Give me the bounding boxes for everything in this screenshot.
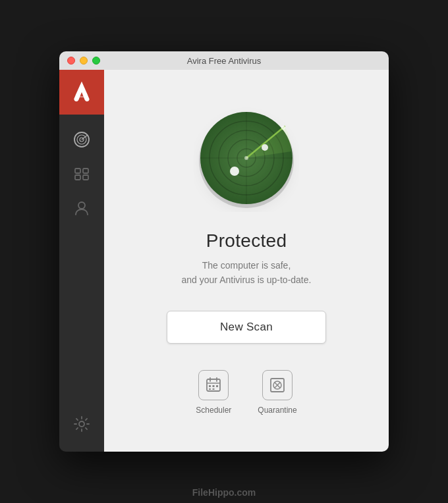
svg-rect-29 (213, 385, 215, 387)
svg-rect-5 (75, 169, 80, 173)
avira-logo-icon (68, 78, 96, 106)
quarantine-icon (269, 377, 286, 394)
page-wrapper: Avira Free Antivirus (0, 0, 448, 503)
svg-rect-31 (209, 388, 211, 390)
scheduler-icon (205, 377, 222, 394)
svg-point-9 (78, 202, 85, 209)
status-subtitle: The computer is safe,and your Antivirus … (182, 258, 312, 288)
svg-rect-8 (83, 175, 88, 180)
components-icon (73, 165, 90, 182)
svg-rect-32 (213, 388, 215, 390)
application-window: Avira Free Antivirus (59, 51, 389, 452)
new-scan-button[interactable]: New Scan (167, 311, 326, 344)
settings-icon (73, 415, 90, 433)
radar-visualization (194, 107, 299, 212)
sidebar-footer (67, 410, 96, 452)
watermark: FileHippo.com (192, 487, 256, 498)
account-icon (73, 199, 90, 217)
close-button[interactable] (67, 57, 75, 65)
sidebar-logo[interactable] (59, 70, 104, 115)
sidebar (59, 70, 104, 452)
main-container: Protected The computer is safe,and your … (59, 70, 389, 452)
quarantine-action[interactable]: Quarantine (258, 370, 296, 415)
sidebar-item-components[interactable] (67, 159, 96, 188)
svg-point-10 (79, 421, 84, 427)
svg-rect-6 (83, 169, 88, 173)
bottom-actions: Scheduler Quarantine (196, 370, 296, 415)
sidebar-item-scan[interactable] (67, 125, 96, 154)
svg-rect-30 (216, 385, 218, 387)
quarantine-label: Quarantine (258, 406, 296, 415)
scheduler-label: Scheduler (196, 406, 231, 415)
scheduler-icon-box (198, 370, 229, 400)
radar-svg (194, 107, 299, 212)
minimize-button[interactable] (80, 57, 88, 65)
svg-point-23 (244, 156, 248, 160)
sidebar-item-settings[interactable] (67, 410, 96, 438)
status-title: Protected (206, 230, 287, 252)
svg-rect-7 (75, 175, 80, 180)
scheduler-action[interactable]: Scheduler (196, 370, 231, 415)
quarantine-icon-box (262, 370, 293, 400)
sidebar-item-account[interactable] (67, 194, 96, 223)
svg-point-22 (262, 144, 268, 151)
svg-rect-28 (209, 385, 211, 387)
maximize-button[interactable] (92, 57, 100, 65)
svg-point-21 (230, 167, 239, 176)
traffic-lights (67, 57, 100, 65)
sidebar-nav (67, 125, 96, 410)
title-bar: Avira Free Antivirus (59, 51, 389, 70)
window-title: Avira Free Antivirus (187, 56, 261, 66)
main-content: Protected The computer is safe,and your … (104, 70, 389, 452)
radar-nav-icon (73, 131, 90, 148)
